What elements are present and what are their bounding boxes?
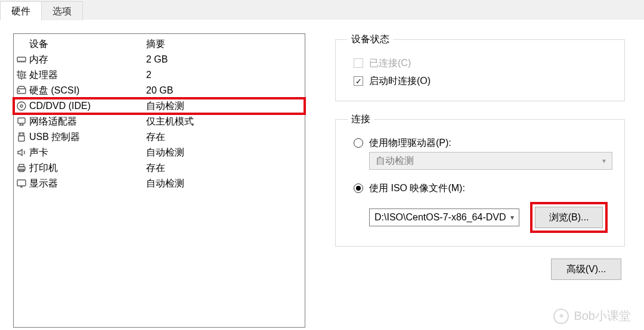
device-details: 设备状态 已连接(C) ✓ 启动时连接(O) 连接 使用物理驱动器(P): 自动…	[305, 33, 640, 330]
connected-label: 已连接(C)	[369, 57, 411, 70]
device-name: 打印机	[29, 162, 58, 175]
connect-at-poweron-checkbox[interactable]: ✓	[354, 76, 363, 86]
net-icon	[16, 116, 27, 127]
status-poweron-row[interactable]: ✓ 启动时连接(O)	[354, 72, 612, 90]
device-summary: 存在	[146, 132, 165, 142]
chevron-down-icon[interactable]: ▾	[510, 213, 514, 222]
cpu-icon	[16, 70, 27, 80]
iso-path-combo[interactable]: D:\ISO\CentOS-7-x86_64-DVD ▾	[369, 208, 519, 226]
memory-icon	[16, 54, 27, 65]
device-list: 设备 摘要 内存2 GB处理器2硬盘 (SCSI)20 GBCD/DVD (ID…	[13, 33, 305, 328]
cd-icon	[16, 101, 27, 111]
device-status-group: 设备状态 已连接(C) ✓ 启动时连接(O)	[335, 33, 625, 101]
vm-settings-dialog: 硬件 选项 设备 摘要 内存2 GB处理器2硬盘 (SCSI)20 GBCD/D…	[0, 0, 644, 330]
sound-icon	[16, 147, 27, 158]
advanced-row: 高级(V)...	[335, 259, 625, 280]
device-list-header: 设备 摘要	[14, 36, 305, 52]
use-physical-label: 使用物理驱动器(P):	[369, 137, 451, 150]
device-summary: 自动检测	[146, 101, 184, 111]
display-icon	[16, 178, 27, 189]
header-device: 设备	[29, 38, 48, 51]
device-row[interactable]: 声卡自动检测	[14, 145, 305, 160]
printer-icon	[16, 163, 27, 173]
connection-group: 连接 使用物理驱动器(P): 自动检测 ▾ 使用 ISO 映像文件(M): D:…	[335, 113, 625, 247]
device-name: USB 控制器	[29, 131, 80, 144]
device-summary: 自动检测	[146, 147, 184, 157]
device-name: 硬盘 (SCSI)	[29, 85, 79, 97]
use-physical-row[interactable]: 使用物理驱动器(P):	[354, 134, 612, 152]
chevron-down-icon: ▾	[602, 157, 606, 165]
device-row[interactable]: CD/DVD (IDE)自动检测	[14, 98, 305, 114]
content-area: 设备 摘要 内存2 GB处理器2硬盘 (SCSI)20 GBCD/DVD (ID…	[0, 20, 644, 330]
device-summary: 仅主机模式	[146, 116, 194, 126]
device-row[interactable]: 显示器自动检测	[14, 176, 305, 191]
device-name: 网络适配器	[29, 116, 77, 128]
device-name: 内存	[29, 54, 48, 66]
use-iso-label: 使用 ISO 映像文件(M):	[369, 182, 465, 195]
device-summary: 20 GB	[146, 85, 173, 95]
device-name: 处理器	[29, 69, 58, 82]
device-name: 声卡	[29, 147, 48, 159]
tab-options[interactable]: 选项	[42, 1, 83, 20]
tab-hardware[interactable]: 硬件	[0, 1, 42, 20]
device-status-legend: 设备状态	[348, 33, 393, 46]
device-summary: 自动检测	[146, 178, 184, 188]
iso-path-value: D:\ISO\CentOS-7-x86_64-DVD	[374, 212, 506, 223]
hdd-icon	[16, 85, 27, 96]
connect-at-poweron-label: 启动时连接(O)	[369, 75, 431, 88]
device-row[interactable]: 打印机存在	[14, 160, 305, 176]
physical-drive-combo: 自动检测 ▾	[369, 152, 612, 170]
use-iso-radio[interactable]	[354, 183, 363, 193]
browse-button[interactable]: 浏览(B)...	[535, 207, 603, 228]
advanced-button[interactable]: 高级(V)...	[551, 259, 621, 280]
iso-row: D:\ISO\CentOS-7-x86_64-DVD ▾ 浏览(B)...	[348, 202, 612, 233]
wechat-icon: ✦	[553, 309, 569, 324]
device-name: CD/DVD (IDE)	[29, 101, 91, 111]
device-row[interactable]: 处理器2	[14, 67, 305, 83]
device-summary: 存在	[146, 163, 165, 173]
device-name: 显示器	[29, 178, 58, 190]
header-summary: 摘要	[146, 39, 165, 49]
watermark: ✦ Bob小课堂	[553, 308, 631, 324]
device-row[interactable]: USB 控制器存在	[14, 129, 305, 145]
device-summary: 2 GB	[146, 54, 168, 64]
tab-strip: 硬件 选项	[0, 0, 644, 20]
use-physical-radio[interactable]	[354, 138, 363, 148]
use-iso-row[interactable]: 使用 ISO 映像文件(M):	[354, 179, 612, 197]
browse-highlight: 浏览(B)...	[530, 202, 608, 233]
usb-icon	[16, 132, 27, 142]
device-row[interactable]: 内存2 GB	[14, 52, 305, 67]
connected-checkbox	[354, 58, 363, 68]
status-connected-row: 已连接(C)	[354, 54, 612, 72]
connection-legend: 连接	[348, 113, 374, 126]
watermark-text: Bob小课堂	[574, 308, 631, 324]
device-row[interactable]: 网络适配器仅主机模式	[14, 114, 305, 129]
physical-drive-value: 自动检测	[376, 155, 414, 167]
device-summary: 2	[146, 70, 151, 80]
device-row[interactable]: 硬盘 (SCSI)20 GB	[14, 83, 305, 98]
